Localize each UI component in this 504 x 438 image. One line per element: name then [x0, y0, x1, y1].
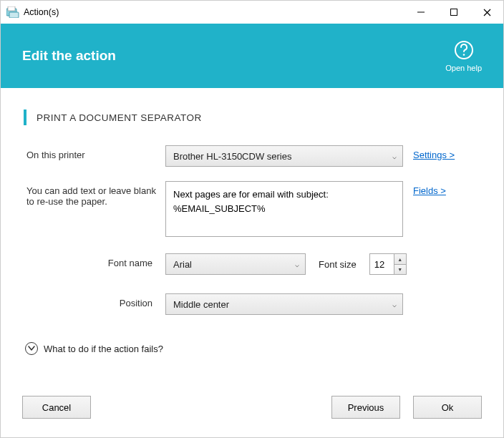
chevron-down-icon: ⌵	[295, 261, 299, 268]
stepper: ▲ ▼	[394, 253, 407, 275]
help-label: Open help	[445, 64, 482, 72]
ok-button[interactable]: Ok	[413, 396, 482, 419]
stepper-down-button[interactable]: ▼	[394, 264, 406, 274]
text-row: You can add text or leave blank to re-us…	[24, 181, 480, 239]
position-value: Middle center	[173, 299, 229, 310]
font-row: Font name Arial ⌵ Font size ▲ ▼	[24, 253, 480, 275]
printer-label: On this printer	[24, 145, 165, 160]
settings-link[interactable]: Settings >	[413, 150, 455, 160]
action-editor-window: Action(s) Edit the action Open	[0, 0, 504, 438]
footer: Cancel Previous Ok	[1, 380, 503, 437]
chevron-down-icon: ⌵	[392, 301, 397, 308]
font-size-label: Font size	[319, 259, 357, 270]
fail-action-expander[interactable]: What to do if the action fails?	[24, 342, 480, 355]
printer-select-value: Brother HL-3150CDW series	[173, 151, 291, 162]
open-help-button[interactable]: Open help	[445, 40, 482, 72]
font-size-stepper: ▲ ▼	[369, 253, 407, 275]
svg-rect-2	[9, 12, 19, 18]
position-label: Position	[24, 293, 165, 308]
section-title: PRINT A DOCUMENT SEPARATOR	[37, 112, 202, 123]
header-banner: Edit the action Open help	[1, 24, 503, 88]
window-controls	[404, 1, 503, 24]
printer-row: On this printer Brother HL-3150CDW serie…	[24, 145, 480, 167]
font-size-input[interactable]	[369, 253, 394, 275]
previous-button[interactable]: Previous	[331, 396, 400, 419]
minimize-button[interactable]	[404, 1, 437, 24]
chevron-down-circle-icon	[25, 342, 38, 355]
close-button[interactable]	[470, 1, 503, 24]
cancel-button[interactable]: Cancel	[22, 396, 91, 419]
stepper-up-button[interactable]: ▲	[394, 254, 406, 264]
text-label: You can add text or leave blank to re-us…	[24, 181, 165, 207]
font-name-label: Font name	[24, 253, 165, 268]
maximize-button[interactable]	[437, 1, 470, 24]
form-content: PRINT A DOCUMENT SEPARATOR On this print…	[1, 88, 503, 380]
font-name-value: Arial	[173, 259, 192, 270]
window-title: Action(s)	[24, 7, 404, 17]
svg-rect-1	[8, 6, 15, 11]
fail-action-label: What to do if the action fails?	[44, 344, 163, 354]
printer-select[interactable]: Brother HL-3150CDW series ⌵	[165, 145, 403, 167]
position-select[interactable]: Middle center ⌵	[165, 293, 403, 315]
accent-bar	[24, 110, 26, 125]
font-name-select[interactable]: Arial ⌵	[165, 253, 306, 275]
svg-rect-4	[451, 9, 457, 16]
separator-text-input[interactable]	[165, 181, 403, 237]
position-row: Position Middle center ⌵	[24, 293, 480, 315]
help-icon	[454, 40, 474, 62]
page-heading: Edit the action	[22, 48, 116, 64]
spacer	[91, 396, 331, 419]
chevron-down-icon: ⌵	[392, 152, 397, 160]
fields-link[interactable]: Fields >	[413, 185, 446, 196]
svg-point-8	[462, 54, 465, 56]
section-header: PRINT A DOCUMENT SEPARATOR	[24, 110, 480, 125]
app-icon	[6, 6, 19, 18]
title-bar: Action(s)	[1, 1, 503, 24]
